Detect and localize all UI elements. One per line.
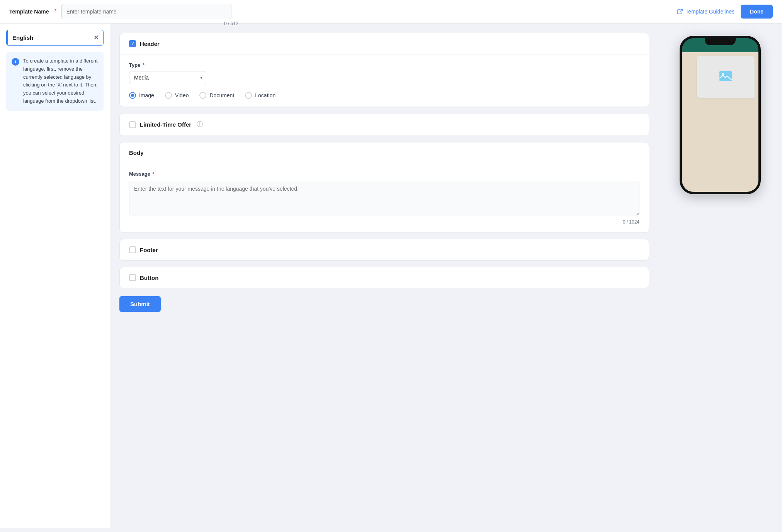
image-placeholder bbox=[697, 56, 755, 98]
info-box: i To create a template in a different la… bbox=[6, 52, 104, 111]
header-card: ✓ Header Type * Text Media None ▾ bbox=[119, 33, 649, 107]
phone-chat-area bbox=[682, 52, 758, 192]
body-card: Body Message * 0 / 1024 bbox=[119, 142, 649, 233]
header-section-body: Type * Text Media None ▾ bbox=[120, 54, 649, 107]
radio-inner-image bbox=[131, 94, 134, 97]
guidelines-label: Template Guidelines bbox=[685, 8, 734, 15]
sidebar: English ✕ i To create a template in a di… bbox=[0, 24, 110, 528]
info-text: To create a template in a different lang… bbox=[23, 57, 98, 105]
message-label: Message * bbox=[129, 171, 639, 177]
button-checkbox[interactable] bbox=[129, 274, 136, 281]
template-name-char-count: 0 / 512 bbox=[224, 21, 238, 26]
radio-circle-document bbox=[199, 92, 206, 99]
radio-circle-location bbox=[245, 92, 252, 99]
radio-circle-video bbox=[165, 92, 172, 99]
lto-section-header: Limited-Time Offer ⓘ bbox=[120, 114, 649, 136]
info-icon: i bbox=[12, 58, 19, 66]
template-name-input[interactable] bbox=[61, 4, 231, 19]
limited-time-offer-card: Limited-Time Offer ⓘ bbox=[119, 113, 649, 136]
type-select-wrapper: Text Media None ▾ bbox=[129, 71, 206, 84]
done-button[interactable]: Done bbox=[741, 5, 773, 19]
radio-document[interactable]: Document bbox=[199, 92, 234, 99]
lto-title: Limited-Time Offer bbox=[140, 121, 191, 128]
language-tag: English ✕ bbox=[6, 30, 104, 46]
footer-title: Footer bbox=[140, 247, 158, 253]
type-label: Type * bbox=[129, 62, 639, 68]
required-star: * bbox=[54, 8, 56, 15]
remove-language-button[interactable]: ✕ bbox=[94, 34, 99, 41]
main-layout: English ✕ i To create a template in a di… bbox=[0, 24, 782, 528]
button-title: Button bbox=[140, 274, 158, 281]
image-placeholder-icon bbox=[719, 69, 733, 86]
lto-checkbox[interactable] bbox=[129, 121, 136, 128]
svg-rect-0 bbox=[719, 71, 732, 81]
header-section-title: Header bbox=[140, 41, 160, 47]
template-guidelines-link[interactable]: Template Guidelines bbox=[677, 8, 734, 15]
radio-label-location: Location bbox=[255, 92, 275, 98]
type-select[interactable]: Text Media None bbox=[129, 71, 206, 84]
top-bar-right: Template Guidelines Done bbox=[677, 5, 773, 19]
radio-label-image: Image bbox=[139, 92, 154, 98]
radio-label-document: Document bbox=[209, 92, 234, 98]
footer-section-header: Footer bbox=[120, 239, 649, 260]
template-name-label: Template Name bbox=[9, 8, 49, 15]
phone-mockup bbox=[680, 36, 761, 194]
body-section-header: Body bbox=[120, 142, 649, 163]
footer-card: Footer bbox=[119, 239, 649, 261]
footer-checkbox[interactable] bbox=[129, 246, 136, 253]
radio-label-video: Video bbox=[175, 92, 189, 98]
radio-video[interactable]: Video bbox=[165, 92, 189, 99]
button-card: Button bbox=[119, 267, 649, 288]
radio-location[interactable]: Location bbox=[245, 92, 275, 99]
phone-notch bbox=[705, 38, 736, 45]
message-required-star: * bbox=[153, 171, 155, 177]
top-bar: Template Name * 0 / 512 Template Guideli… bbox=[0, 0, 782, 24]
center-content: ✓ Header Type * Text Media None ▾ bbox=[110, 24, 658, 528]
body-section-body: Message * 0 / 1024 bbox=[120, 163, 649, 232]
right-panel bbox=[658, 24, 782, 528]
lto-help-icon: ⓘ bbox=[197, 120, 203, 129]
message-textarea[interactable] bbox=[129, 181, 639, 215]
phone-screen bbox=[682, 38, 758, 192]
type-required-star: * bbox=[143, 62, 144, 68]
button-section-header: Button bbox=[120, 267, 649, 288]
check-mark: ✓ bbox=[131, 41, 134, 46]
chat-bubble bbox=[697, 56, 755, 98]
header-checkbox[interactable]: ✓ bbox=[129, 40, 136, 47]
media-type-radio-group: Image Video Document Location bbox=[129, 92, 639, 99]
submit-button[interactable]: Submit bbox=[119, 296, 161, 312]
radio-circle-image bbox=[129, 92, 136, 99]
language-name: English bbox=[12, 34, 33, 41]
header-section-header: ✓ Header bbox=[120, 33, 649, 54]
message-char-count: 0 / 1024 bbox=[129, 219, 639, 225]
radio-image[interactable]: Image bbox=[129, 92, 154, 99]
body-section-title: Body bbox=[129, 149, 144, 156]
external-link-icon bbox=[677, 8, 683, 15]
